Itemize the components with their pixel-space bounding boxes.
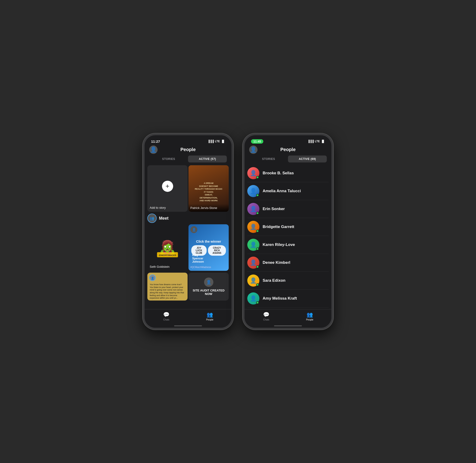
list-item[interactable]: 👤 Karen Riley-Love (247, 236, 329, 254)
tab-chats-nav-1[interactable]: 💬 Chats (145, 312, 188, 321)
bottom-nav-2: 💬 Chats 👥 People (245, 309, 331, 328)
avatar-wrap: 👤 (247, 221, 259, 233)
tab-stories-1[interactable]: STORIES (149, 155, 188, 162)
people-label-1: People (206, 318, 213, 321)
tab-active-2[interactable]: ACTIVE (69) (288, 155, 327, 162)
tab-people-nav-2[interactable]: 👥 People (288, 312, 331, 321)
people-icon-1: 👥 (207, 312, 213, 318)
tab-stories-2[interactable]: STORIES (249, 155, 288, 162)
contact-name: Denee Kimberl (263, 260, 290, 265)
list-item[interactable]: 👤 Amelia Anna Talucci (247, 182, 329, 200)
poll-title: Click the winner (196, 240, 221, 243)
meet-title: Meet (159, 216, 168, 221)
online-indicator (256, 266, 259, 268)
segment-control-1: STORIES ACTIVE (57) (149, 155, 227, 162)
username-label: @NICHYVNACKS (159, 254, 176, 256)
meet-header: 👥 Meet (147, 214, 229, 223)
list-item[interactable]: 👤 Bridgette Garrett (247, 218, 329, 236)
list-item[interactable]: 👤 Denee Kimberl (247, 254, 329, 272)
chats-label-1: Chats (163, 318, 169, 321)
chats-label-2: Chats (263, 318, 269, 321)
user-avatar-2[interactable]: 👤 (249, 145, 257, 154)
active-list[interactable]: 👤 Brooke B. Sellas 👤 Amelia Anna Talucci… (245, 164, 331, 318)
notch-2 (271, 135, 305, 142)
online-indicator (256, 248, 259, 250)
status-icons-2: ▐▐▐ LTE ▐▌ (308, 140, 325, 143)
lower-cards: 👤 You know how dreams come true? You lis… (145, 272, 231, 302)
list-item[interactable]: 👤 Amy Melissa Kraft (247, 290, 329, 308)
add-icon: + (162, 181, 173, 192)
story-card-person[interactable]: 👤 A DREAMDOESN'T BECOMEREALITY THROUGH M… (188, 165, 229, 212)
scroll-area-1[interactable]: + Add to story 👤 A DREAMDOESN'T BECOMERE… (145, 164, 231, 311)
home-indicator-1 (174, 325, 202, 326)
home-indicator-2 (274, 325, 302, 326)
meet-avatar: 👥 (147, 214, 157, 223)
tab-people-nav-1[interactable]: 👥 People (188, 312, 231, 321)
nav-header-2: 👤 People (245, 145, 331, 154)
phone-2: 11:45 ▐▐▐ LTE ▐▌ 👤 People STORIES ACTIVE… (243, 134, 333, 329)
avatar-wrap: 👤 (247, 275, 259, 287)
network-label-2: LTE (315, 140, 320, 143)
poll-sublabel: #QCMarchMadness (190, 266, 211, 268)
time-2: 11:45 (251, 139, 263, 144)
notch-1 (171, 135, 205, 142)
avatar-wrap: 👤 (247, 167, 259, 179)
contact-name: Bridgette Garrett (263, 224, 294, 229)
meet-cards: 🧟‍♀️ @NICHYVNACKS Seth Goldstein 👤 Click… (147, 224, 229, 271)
list-item[interactable]: 👤 Sara Edixon (247, 272, 329, 290)
contact-name: Karen Riley-Love (263, 242, 295, 247)
poll-person-label: Katy Spencer Johnson (192, 254, 204, 263)
contact-name: Brooke B. Sellas (263, 171, 294, 176)
time-1: 11:27 (151, 139, 160, 143)
add-story-card[interactable]: + Add to story (147, 165, 188, 212)
online-indicator (256, 283, 259, 286)
stories-grid-1: + Add to story 👤 A DREAMDOESN'T BECOMERE… (145, 164, 231, 213)
phone-1: 11:27 ▐▐▐ LTE ▐▌ 👤 People STORIES ACTIVE… (143, 134, 233, 329)
online-indicator (256, 194, 259, 197)
poll-card[interactable]: 👤 Click the winner JOY LUCK CLUB CRAZY R… (188, 224, 229, 271)
avatar-wrap: 👤 (247, 203, 259, 215)
online-indicator (256, 301, 259, 304)
chat-icon-2: 💬 (263, 312, 269, 318)
battery-icon-2: ▐▌ (321, 140, 325, 143)
page-title-2: People (280, 147, 296, 152)
audit-label: SITE AUDIT CREATED NOW (191, 289, 226, 296)
option-2[interactable]: CRAZY RICH ASIANS (208, 245, 226, 256)
meet-section: 👥 Meet 🧟‍♀️ @NICHYVNACKS Seth Goldstein (145, 213, 231, 272)
avatar-wrap: 👤 (247, 257, 259, 269)
tab-chats-nav-2[interactable]: 💬 Chats (245, 312, 288, 321)
online-indicator (256, 212, 259, 214)
story-person-label: Patrick Jervis-Stone (190, 206, 217, 210)
tab-active-1[interactable]: ACTIVE (57) (188, 155, 227, 162)
bitmoji-card[interactable]: 🧟‍♀️ @NICHYVNACKS Seth Goldstein (147, 224, 188, 271)
quote-text: You know how dreams come true? You liste… (150, 283, 185, 300)
signal-icon-2: ▐▐▐ (308, 140, 314, 143)
page-title-1: People (180, 147, 196, 152)
nav-header-1: 👤 People (145, 145, 231, 154)
people-icon-2: 👥 (307, 312, 313, 318)
avatar-wrap: 👤 (247, 292, 259, 304)
avatar-wrap: 👤 (247, 185, 259, 197)
online-indicator (256, 230, 259, 232)
audit-card[interactable]: 👤 SITE AUDIT CREATED NOW (188, 273, 229, 301)
bottom-nav-1: 💬 Chats 👥 People (145, 309, 231, 328)
online-indicator (256, 176, 259, 179)
list-item[interactable]: 👤 Brooke B. Sellas (247, 164, 329, 182)
status-icons-1: ▐▐▐ LTE ▐▌ (208, 140, 225, 143)
contact-name: Amelia Anna Talucci (263, 189, 301, 193)
add-story-label: Add to story (150, 206, 185, 209)
chat-icon-1: 💬 (163, 312, 169, 318)
signal-icon-1: ▐▐▐ (208, 140, 214, 143)
user-avatar-1[interactable]: 👤 (149, 145, 158, 154)
contact-name: Sara Edixon (263, 278, 285, 283)
avatar-wrap: 👤 (247, 239, 259, 251)
contact-name: Amy Melissa Kraft (263, 296, 297, 301)
segment-control-2: STORIES ACTIVE (69) (249, 155, 327, 162)
contact-name: Erin Sonker (263, 207, 285, 211)
quote-card[interactable]: 👤 You know how dreams come true? You lis… (147, 273, 188, 301)
people-label-2: People (306, 318, 313, 321)
network-label-1: LTE (215, 140, 220, 143)
list-item[interactable]: 👤 Erin Sonker (247, 200, 329, 218)
battery-icon-1: ▐▌ (221, 140, 225, 143)
